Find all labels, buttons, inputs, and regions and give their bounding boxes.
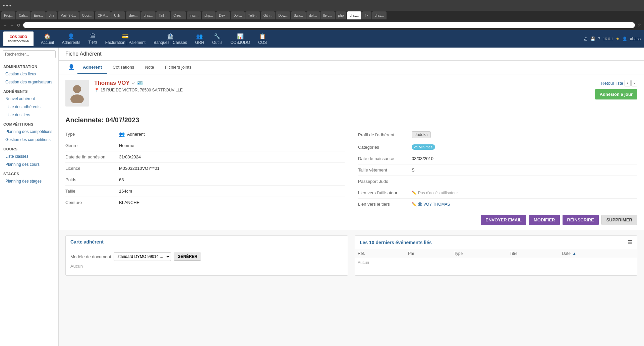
col-date[interactable]: Date ▲: [559, 249, 637, 258]
sidebar-link-nouveladhrent[interactable]: Nouvel adhérent: [0, 95, 58, 103]
browser-tab[interactable]: Taill...: [156, 11, 170, 19]
nav-right: 🖨 💾 ? 16.0.1 ★ 👤 abass: [584, 37, 641, 41]
browser-tab[interactable]: Jira: [46, 11, 57, 19]
save-icon[interactable]: 💾: [590, 37, 595, 41]
sidebar-link-gestiondescomptitions[interactable]: Gestion des compétitions: [0, 136, 58, 144]
anciennete-section: Anciennete: 04/07/2023: [59, 112, 644, 128]
browser-tab[interactable]: doli...: [306, 11, 320, 19]
nav-item-accueil[interactable]: 🏠Accueil: [37, 31, 58, 47]
browser-tab[interactable]: Crea...: [171, 11, 186, 19]
browser-tab[interactable]: Gith...: [261, 11, 275, 19]
generer-button[interactable]: GÉNÉRER: [174, 253, 201, 261]
tab-cotisations[interactable]: Cotisations: [107, 61, 139, 74]
envoyer-email-button[interactable]: ENVOYER EMAIL: [481, 215, 526, 225]
sidebar-link-planningdesstages[interactable]: Planning des stages: [0, 177, 58, 185]
nav-arrows: ‹ ›: [625, 80, 637, 86]
browser-tab[interactable]: php: [336, 11, 347, 19]
forward-btn[interactable]: →: [10, 23, 14, 28]
browser-tab[interactable]: Swa...: [291, 11, 306, 19]
sidebar-link-planningdescomptitions[interactable]: Planning des compétitions: [0, 128, 58, 136]
tab-note[interactable]: Note: [139, 61, 159, 74]
star-icon[interactable]: ★: [616, 37, 620, 41]
help-icon[interactable]: ?: [598, 37, 600, 41]
events-menu-icon[interactable]: ☰: [628, 239, 632, 246]
value-naissance: 03/03/2010: [412, 156, 433, 161]
edit-user-icon[interactable]: ✏️: [412, 191, 417, 195]
browser-tab[interactable]: Dev...: [216, 11, 230, 19]
sidebar-link-listedesadhrents[interactable]: Liste des adhérents: [0, 103, 58, 111]
label-taille-vetement: Taille vêtement: [358, 167, 412, 172]
nav-item-cosjudo[interactable]: 📊COSJUDO: [226, 31, 254, 47]
refresh-btn[interactable]: ↻: [17, 23, 20, 28]
value-lien-tiers[interactable]: ✏️ 🏛 VOY THOMAS: [412, 202, 450, 207]
nav-item-outils[interactable]: 🔧Outils: [208, 31, 227, 47]
sidebar-link-gestiondeslieux[interactable]: Gestion des lieux: [0, 70, 58, 78]
value-poids: 63: [119, 177, 124, 182]
browser-tab[interactable]: Insc...: [187, 11, 201, 19]
supprimer-button[interactable]: SUPPRIMER: [601, 215, 637, 225]
browser-tab[interactable]: Utili...: [111, 11, 125, 19]
col-titre: Titre: [507, 249, 559, 258]
browser-tab[interactable]: drav...: [372, 11, 387, 19]
detail-lien-user: Lien vers l'utilisateur ✏️ Pas d'accès u…: [358, 187, 637, 199]
detail-ceinture: Ceinture BLANCHE: [65, 197, 345, 208]
nav-label: GRH: [195, 40, 204, 45]
modifier-button[interactable]: MODIFIER: [529, 215, 560, 225]
browser-tab[interactable]: Mail (2:6...: [58, 11, 79, 19]
nav-item-tiers[interactable]: 🏛Tiers: [84, 31, 101, 47]
adhesion-button[interactable]: Adhésion à jour: [595, 89, 637, 99]
browser-tab[interactable]: drav...: [347, 11, 361, 19]
browser-tab[interactable]: Doli...: [231, 11, 245, 19]
next-arrow-btn[interactable]: ›: [631, 80, 637, 86]
address-input[interactable]: crm.cosjudo.fr/custom/cos/php/fiche_adhe…: [23, 22, 635, 28]
back-btn[interactable]: ←: [3, 23, 7, 28]
tab-adherent[interactable]: Adhérent: [77, 61, 107, 74]
browser-tab[interactable]: Proj...: [1, 11, 15, 19]
carte-adherent-body: Modèle de document standard DYMO 99014 .…: [66, 248, 348, 275]
browser-tab[interactable]: Ile c...: [320, 11, 335, 19]
nav-icon: 👥: [196, 33, 203, 40]
events-empty-row: Aucun: [355, 258, 637, 267]
browser-tab[interactable]: php...: [202, 11, 216, 19]
detail-naissance: Date de naissance 03/03/2010: [358, 153, 637, 164]
browser-tab[interactable]: sher...: [126, 11, 140, 19]
edit-tiers-icon[interactable]: ✏️: [412, 202, 417, 207]
browser-tab[interactable]: CRM...: [95, 11, 111, 19]
sidebar-link-gestiondesorganisateurs[interactable]: Gestion des organisateurs: [0, 78, 58, 86]
search-input[interactable]: [3, 50, 56, 58]
browser-tab[interactable]: Erre...: [31, 11, 46, 19]
modele-select[interactable]: standard DYMO 99014 ...: [114, 252, 171, 261]
detail-taille-vetement: Taille vêtement S: [358, 164, 637, 176]
nav-item-grh[interactable]: 👥GRH: [191, 31, 208, 47]
label-naissance: Date de naissance: [358, 156, 412, 161]
detail-profil: Profil de l'adhérent Judoka: [358, 128, 637, 141]
tab-fichiers[interactable]: Fichiers joints: [160, 61, 197, 74]
tiers-logo-icon: 🏛: [418, 202, 422, 207]
nav-item-facturationpaiement[interactable]: 💳Facturation | Paiement: [101, 31, 150, 47]
browser-tab[interactable]: drav...: [141, 11, 156, 19]
browser-tab[interactable]: Cah...: [16, 11, 31, 19]
detail-passeport: Passeport Judo: [358, 176, 637, 187]
nav-item-banquescaisses[interactable]: 🏦Banques | Caisses: [150, 31, 191, 47]
reinscrire-button[interactable]: RÉINSCRIRE: [563, 215, 599, 225]
content-area: Fiche Adhérent 👤 Adhérent Cotisations No…: [59, 48, 644, 346]
sidebar-link-planningdescours[interactable]: Planning des cours: [0, 160, 58, 168]
bookmark-btn[interactable]: ☆: [638, 23, 641, 27]
sidebar-section-stages: Stages: [0, 168, 58, 177]
edit-card-icon[interactable]: 🪪: [137, 80, 143, 86]
nav-item-cos[interactable]: 📋COS: [254, 31, 271, 47]
nav-item-adhrents[interactable]: 👤Adhérents: [58, 31, 84, 47]
value-type: 👥 Adhérent: [119, 131, 145, 137]
sidebar-link-listedestiers[interactable]: Liste des tiers: [0, 111, 58, 119]
browser-tab[interactable]: Télé...: [245, 11, 260, 19]
browser-tab[interactable]: f ×: [362, 11, 371, 19]
anciennete-title: Anciennete: 04/07/2023: [65, 116, 637, 124]
bottom-section: Carte adhérent Modèle de document standa…: [59, 230, 644, 281]
browser-tab[interactable]: Dow...: [276, 11, 290, 19]
sidebar-link-listeclasses[interactable]: Liste classes: [0, 152, 58, 160]
prev-arrow-btn[interactable]: ‹: [625, 80, 631, 86]
browser-tab[interactable]: Coci...: [79, 11, 94, 19]
print-icon[interactable]: 🖨: [584, 37, 588, 41]
browser-bar: ● ● ●: [0, 0, 644, 11]
retour-liste-link[interactable]: Retour liste: [601, 81, 623, 86]
